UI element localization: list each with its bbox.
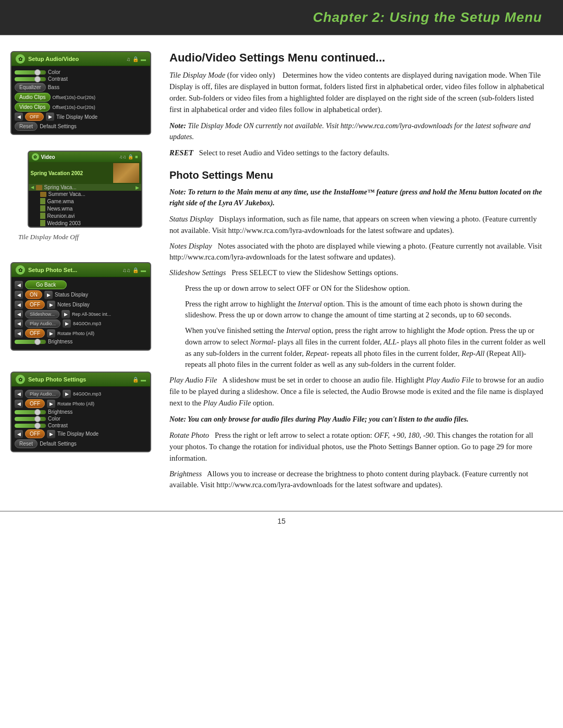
device-title-3: Setup Photo Settings [28,376,86,382]
device-screen-2: ✿ Setup Photo Set... ♫♫🔒▬ ◀ Go Back [10,262,151,351]
device-body-1: Color Contrast Equalizer Bass Audio Clip… [11,66,150,134]
video-caption: Tile Display Mode Off [18,233,154,241]
section1-title: Audio/Video Settings Menu continued... [169,51,547,65]
notes-display-text: Notes Display Notes associated with the … [169,241,547,264]
device-icon-1: ✿ [16,54,25,64]
device-icon-3: ✿ [16,375,25,384]
device-screen-3: ✿ Setup Photo Settings 🔒▬ ◀ Play Audio..… [10,372,151,452]
video-screen: ✿ Video ♫♫🔒■ Spring Vacation 2002 ◀ Spri… [28,151,142,228]
play-audio-text: Play Audio File A slideshow must be set … [169,375,547,409]
device-titlebar-icons-3: 🔒▬ [132,377,146,382]
reset-text: RESET Select to reset Audio and Video se… [169,147,547,159]
left-column: ✿ Setup Audio/Video ♫🔒▬ Color [0,46,162,500]
slideshow-p3: When you've finished setting the Interva… [185,325,547,371]
right-column: Audio/Video Settings Menu continued... T… [162,46,563,500]
device-title-1: Setup Audio/Video [28,56,79,62]
slideshow-p1: Press the up or down arrow to select OFF… [185,283,547,294]
status-display-text: Status Display Displays information, suc… [169,214,547,237]
page-number: 15 [277,517,286,525]
device-titlebar-icons-1: ♫🔒▬ [127,56,146,62]
device-body-2: ◀ Go Back ◀ ON ▶ Status Display ◀ OFF ▶ … [11,277,150,350]
section1-intro: Tile Display Mode (for video only) Deter… [169,70,547,115]
slideshow-p2: Press the right arrow to highlight the I… [185,299,547,322]
section2-note2: Note: You can only browse for audio file… [169,414,547,425]
brightness-text: Brightness Allows you to increase or dec… [169,468,547,491]
section2-note1: Note: To return to the Main menu at any … [169,187,547,208]
slideshow-settings-intro: Slideshow Settings Press SELECT to view … [169,267,547,279]
rotate-photo-text: Rotate Photo Press the right or left arr… [169,430,547,464]
chapter-title: Chapter 2: Using the Setup Menu [21,9,542,26]
device-icon-2: ✿ [16,265,25,275]
page-footer: 15 [0,511,563,530]
device-title-2: Setup Photo Set... [28,267,77,273]
video-items: ◀ Spring Vaca... ▶ Summer Vaca... Game.w… [29,184,141,227]
section2-title: Photo Settings Menu [169,169,547,181]
section1-note: Note: Tile Display Mode ON currently not… [169,120,547,142]
chapter-header: Chapter 2: Using the Setup Menu [0,0,563,35]
device-body-3: ◀ Play Audio... ▶ 84G0On.mp3 ◀ OFF ▶ Rot… [11,387,150,451]
device-titlebar-icons-2: ♫♫🔒▬ [123,267,146,273]
device-screen-1: ✿ Setup Audio/Video ♫🔒▬ Color [10,51,151,135]
